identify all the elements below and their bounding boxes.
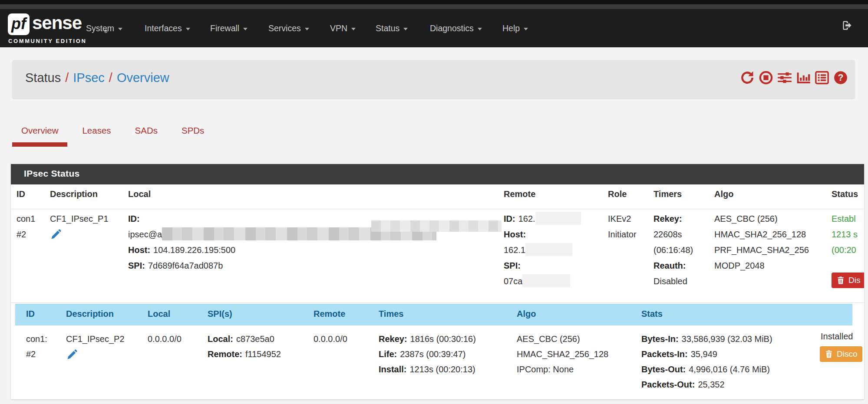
child-col-spis: SPI(s): [208, 309, 232, 319]
window-title-strip: [0, 4, 868, 9]
chevron-down-icon: [305, 28, 309, 30]
chevron-down-icon: [351, 28, 356, 30]
chevron-down-icon: [118, 28, 122, 30]
nav-item-diagnostics[interactable]: Diagnostics: [430, 22, 482, 34]
nav-item-system[interactable]: System: [86, 22, 122, 34]
child-col-algo: Algo: [517, 309, 536, 319]
child-col-remote: Remote: [314, 309, 345, 319]
ike-row-timers: Rekey: 22608s (06:16:48) Reauth: Disable…: [653, 211, 693, 289]
child-col-local: Local: [148, 309, 170, 319]
child-row-remote: 0.0.0.0/0: [314, 332, 347, 347]
edit-pencil-icon[interactable]: [50, 229, 62, 240]
page: pf sense ® COMMUNITY EDITION System Inte…: [0, 0, 868, 404]
nav-item-status[interactable]: Status: [376, 22, 408, 34]
ike-row-description: CF1_IPsec_P1: [50, 211, 109, 245]
col-header-remote: Remote: [504, 189, 535, 199]
nav-item-vpn[interactable]: VPN: [330, 22, 356, 34]
col-header-id: ID: [17, 189, 25, 199]
breadcrumb-link-ipsec[interactable]: IPsec: [73, 71, 105, 85]
refresh-icon[interactable]: [740, 70, 755, 85]
help-icon[interactable]: ?: [833, 70, 848, 85]
tab-spds[interactable]: SPDs: [172, 122, 213, 147]
divider: [11, 209, 864, 209]
nav-item-firewall[interactable]: Firewall: [210, 22, 248, 34]
child-row-status: Installed: [821, 329, 853, 344]
child-row-description: CF1_IPsec_P2: [66, 332, 125, 365]
pfsense-logo-text: sense: [32, 13, 82, 33]
window-top-strip: [0, 0, 868, 4]
disconnect-p1-button[interactable]: Dis: [832, 273, 864, 288]
ike-row-id: con1 #2: [17, 211, 35, 242]
ike-row-status: Establ 1213 s (00:20: [832, 211, 858, 258]
nav-item-interfaces[interactable]: Interfaces: [145, 22, 190, 34]
col-header-timers: Timers: [653, 189, 682, 199]
redacted-blur: [535, 212, 581, 225]
bar-chart-icon[interactable]: [796, 70, 811, 85]
col-header-local: Local: [128, 189, 151, 199]
breadcrumb-bar: Status/IPsec/Overview: [12, 60, 855, 99]
trash-icon: [825, 349, 833, 359]
ike-row-remote: ID:162. Host: 162.1 SPI: 07ca: [504, 211, 581, 289]
trash-icon: [836, 276, 845, 285]
community-edition-label: COMMUNITY EDITION: [8, 38, 86, 44]
breadcrumb-separator: /: [109, 71, 112, 85]
chevron-down-icon: [243, 28, 248, 30]
chevron-down-icon: [524, 28, 528, 30]
breadcrumb-page-overview[interactable]: Overview: [117, 71, 169, 85]
child-row-local: 0.0.0.0/0: [148, 332, 182, 347]
tab-leases[interactable]: Leases: [73, 122, 120, 147]
nav-item-services[interactable]: Services: [268, 22, 309, 34]
panel-title: IPsec Status: [24, 168, 80, 179]
page-tabs: Overview Leases SADs SPDs: [12, 122, 219, 147]
redacted-blur: [525, 243, 572, 256]
breadcrumb-actions: ?: [740, 70, 848, 85]
chevron-down-icon: [403, 28, 408, 30]
redacted-blur: [371, 220, 502, 232]
redacted-blur: [522, 274, 570, 287]
child-col-description: Description: [66, 309, 114, 319]
col-header-status: Status: [832, 189, 858, 199]
filter-sliders-icon[interactable]: [777, 70, 792, 85]
breadcrumb-section: Status: [25, 71, 61, 85]
disconnect-p2-button[interactable]: Disco: [820, 346, 862, 362]
nav-item-help[interactable]: Help: [502, 22, 528, 34]
ike-row-role: IKEv2 Initiator: [608, 211, 637, 242]
tab-overview[interactable]: Overview: [12, 122, 67, 147]
col-header-role: Role: [608, 189, 627, 199]
child-row-times: Rekey:1816s (00:30:16) Life:2387s (00:39…: [379, 332, 476, 377]
stop-icon[interactable]: [759, 70, 773, 85]
chevron-down-icon: [478, 28, 482, 30]
col-header-algo: Algo: [714, 189, 733, 199]
edit-pencil-icon[interactable]: [66, 349, 78, 361]
child-col-times: Times: [379, 309, 403, 319]
svg-text:?: ?: [838, 72, 844, 83]
child-row-id: con1: #2: [26, 332, 47, 362]
tab-sads[interactable]: SADs: [126, 122, 167, 147]
ike-row-algo: AES_CBC (256) HMAC_SHA2_256_128 PRF_HMAC…: [714, 211, 809, 273]
child-col-id: ID: [26, 309, 35, 319]
breadcrumb-separator: /: [65, 71, 69, 85]
child-sa-header-bar: [15, 304, 852, 325]
col-header-description: Description: [50, 189, 98, 199]
divider: [11, 302, 864, 303]
child-row-stats: Bytes-In:33,586,939 (32.03 MiB) Packets-…: [641, 332, 772, 392]
pfsense-logo-mark: pf: [8, 13, 30, 35]
breadcrumb: Status/IPsec/Overview: [25, 71, 169, 85]
sign-out-icon[interactable]: [842, 20, 853, 31]
list-view-icon[interactable]: [815, 70, 829, 85]
ipsec-status-panel: IPsec Status ID Description Local Remote…: [11, 164, 864, 399]
child-col-stats: Stats: [641, 309, 663, 319]
child-row-spis: Local:c873e5a0 Remote:f1154952: [208, 332, 281, 362]
ike-row-local: ID: ipsec@a Host:104.189.226.195:500 SPI…: [128, 211, 436, 273]
child-row-algo: AES_CBC (256) HMAC_SHA2_256_128 IPComp: …: [517, 332, 608, 377]
panel-header: IPsec Status: [11, 164, 864, 184]
top-navbar: pf sense ® COMMUNITY EDITION System Inte…: [0, 9, 868, 47]
chevron-down-icon: [186, 28, 190, 30]
